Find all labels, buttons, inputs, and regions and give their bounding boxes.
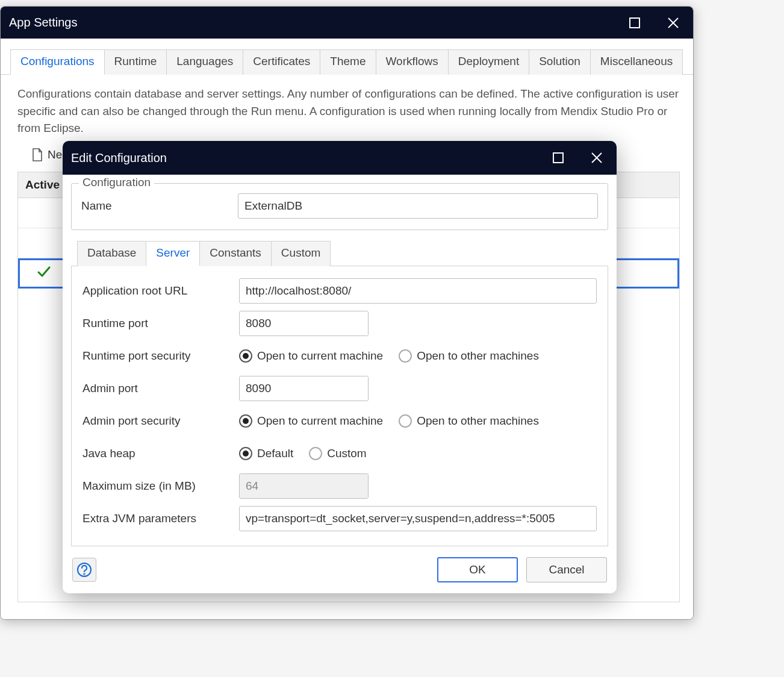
app-settings-title: App Settings (9, 16, 626, 30)
runtime-port-security-row: Runtime port security Open to current ma… (82, 343, 597, 369)
tab-languages[interactable]: Languages (166, 49, 243, 75)
radio-label: Open to current machine (257, 349, 383, 363)
admin-port-security-current[interactable]: Open to current machine (239, 414, 383, 428)
java-heap-label: Java heap (82, 447, 239, 460)
edit-configuration-title: Edit Configuration (71, 151, 549, 165)
java-heap-group: Default Custom (239, 447, 367, 460)
check-icon (37, 264, 51, 282)
window-controls (626, 14, 687, 32)
admin-port-spinner[interactable]: ▲ ▼ (239, 376, 369, 401)
ok-button[interactable]: OK (437, 557, 518, 582)
runtime-port-input[interactable] (240, 311, 369, 335)
max-size-input (240, 474, 369, 498)
tab-database[interactable]: Database (77, 241, 146, 266)
radio-label: Open to other machines (417, 414, 539, 428)
server-panel: Application root URL Runtime port ▲ ▼ Ru… (71, 266, 608, 546)
configuration-fieldset: Configuration Name (71, 183, 608, 230)
close-icon (591, 152, 603, 164)
modal-footer: OK Cancel (63, 546, 617, 593)
tab-deployment[interactable]: Deployment (448, 49, 529, 75)
svg-point-7 (84, 573, 86, 575)
configurations-description: Configurations contain database and serv… (17, 86, 680, 137)
settings-tabs: Configurations Runtime Languages Certifi… (1, 39, 693, 75)
runtime-port-security-other[interactable]: Open to other machines (399, 349, 539, 363)
help-icon (76, 562, 92, 578)
config-tabs: Database Server Constants Custom (71, 241, 608, 266)
runtime-port-label: Runtime port (82, 317, 239, 330)
modal-close-button[interactable] (588, 149, 606, 167)
tab-server[interactable]: Server (146, 241, 200, 266)
radio-icon (239, 349, 252, 363)
name-input[interactable] (238, 193, 598, 219)
runtime-port-row: Runtime port ▲ ▼ (82, 311, 597, 336)
app-root-url-row: Application root URL (82, 278, 597, 304)
java-heap-custom[interactable]: Custom (309, 447, 366, 460)
tab-constants[interactable]: Constants (199, 241, 272, 266)
max-size-spinner: ▲ ▼ (239, 473, 369, 499)
radio-icon (239, 447, 252, 460)
cancel-button[interactable]: Cancel (526, 557, 607, 582)
app-root-url-label: Application root URL (82, 284, 239, 298)
maximize-button[interactable] (626, 14, 644, 32)
max-size-label: Maximum size (in MB) (82, 479, 239, 493)
modal-maximize-button[interactable] (549, 149, 567, 167)
configuration-legend: Configuration (79, 176, 154, 189)
radio-label: Default (257, 447, 293, 460)
java-heap-default[interactable]: Default (239, 447, 293, 460)
tab-runtime[interactable]: Runtime (104, 49, 167, 75)
runtime-port-spinner[interactable]: ▲ ▼ (239, 311, 369, 336)
tab-miscellaneous[interactable]: Miscellaneous (590, 49, 683, 75)
runtime-port-security-group: Open to current machine Open to other ma… (239, 349, 539, 363)
edit-configuration-titlebar: Edit Configuration (63, 141, 617, 175)
radio-icon (399, 414, 412, 428)
extra-jvm-input[interactable] (239, 506, 597, 531)
edit-configuration-dialog: Edit Configuration Configuration Name Da… (63, 141, 617, 593)
radio-icon (399, 349, 412, 363)
max-size-row: Maximum size (in MB) ▲ ▼ (82, 473, 597, 499)
close-icon (667, 17, 679, 29)
admin-port-row: Admin port ▲ ▼ (82, 376, 597, 401)
java-heap-row: Java heap Default Custom (82, 441, 597, 466)
admin-port-security-group: Open to current machine Open to other ma… (239, 414, 539, 428)
admin-port-label: Admin port (82, 382, 239, 395)
tab-theme[interactable]: Theme (320, 49, 376, 75)
admin-port-security-row: Admin port security Open to current mach… (82, 408, 597, 434)
tab-custom[interactable]: Custom (271, 241, 331, 266)
admin-port-input[interactable] (240, 376, 369, 401)
new-button[interactable]: Ne (32, 148, 62, 161)
radio-icon (239, 414, 252, 428)
extra-jvm-row: Extra JVM parameters (82, 506, 597, 531)
maximize-icon (553, 152, 564, 163)
svg-rect-3 (553, 153, 563, 163)
runtime-port-security-current[interactable]: Open to current machine (239, 349, 383, 363)
extra-jvm-label: Extra JVM parameters (82, 512, 239, 525)
tab-workflows[interactable]: Workflows (376, 49, 449, 75)
name-label: Name (81, 199, 238, 213)
help-button[interactable] (72, 558, 96, 582)
runtime-port-security-label: Runtime port security (82, 349, 239, 363)
radio-label: Open to other machines (417, 349, 539, 363)
document-icon (32, 148, 43, 161)
new-button-label: Ne (48, 148, 62, 161)
admin-port-security-label: Admin port security (82, 414, 239, 428)
radio-label: Custom (327, 447, 366, 460)
admin-port-security-other[interactable]: Open to other machines (399, 414, 539, 428)
maximize-icon (629, 17, 640, 28)
radio-label: Open to current machine (257, 414, 383, 428)
tab-solution[interactable]: Solution (529, 49, 591, 75)
close-button[interactable] (664, 14, 682, 32)
radio-icon (309, 447, 322, 460)
modal-window-controls (549, 149, 611, 167)
name-row: Name (81, 193, 598, 219)
tab-certificates[interactable]: Certificates (243, 49, 320, 75)
app-settings-titlebar: App Settings (1, 7, 693, 39)
app-root-url-input[interactable] (239, 278, 597, 304)
svg-rect-0 (630, 18, 639, 28)
modal-body: Configuration Name Database Server Const… (63, 175, 617, 546)
tab-configurations[interactable]: Configurations (10, 49, 105, 75)
